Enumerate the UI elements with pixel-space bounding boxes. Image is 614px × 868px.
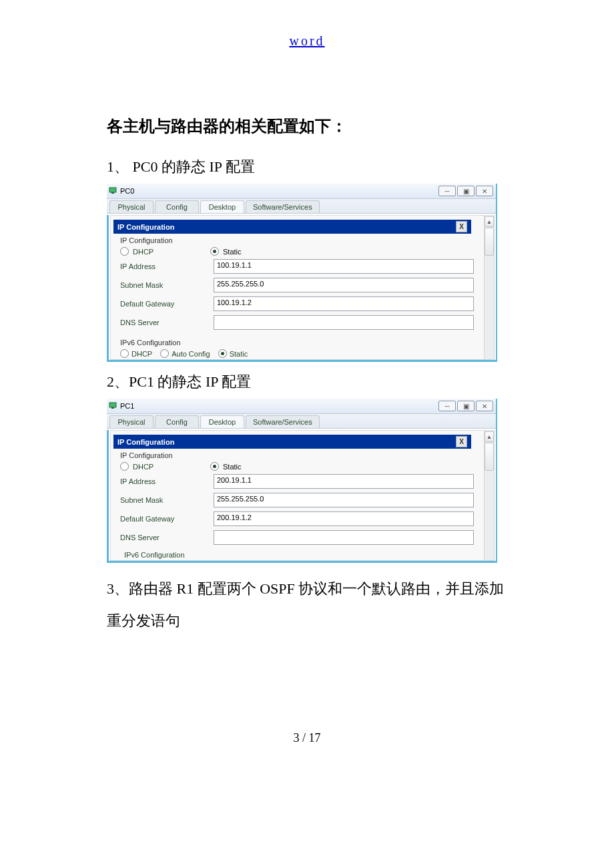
mask-label: Subnet Mask: [120, 281, 214, 289]
ipconfig-group-label: IP Configuration: [111, 449, 483, 461]
ip-input[interactable]: 100.19.1.1: [214, 259, 474, 274]
pc0-tabs: Physical Config Desktop Software/Service…: [107, 199, 496, 214]
ipconfig-title: IP Configuration: [117, 438, 174, 446]
static-radio[interactable]: [210, 247, 219, 256]
scrollbar[interactable]: ▲: [484, 431, 494, 560]
minimize-button[interactable]: ─: [438, 401, 456, 411]
tab-software[interactable]: Software/Services: [246, 200, 320, 213]
static-radio[interactable]: [210, 462, 219, 471]
pc1-tabs: Physical Config Desktop Software/Service…: [107, 414, 496, 429]
dns-input[interactable]: [214, 315, 474, 330]
close-button[interactable]: ✕: [476, 401, 493, 411]
ipv6-dhcp-radio[interactable]: [120, 349, 129, 358]
scroll-thumb[interactable]: [485, 443, 494, 471]
header-link-text: word: [289, 33, 324, 48]
dhcp-radio[interactable]: [120, 462, 129, 471]
dhcp-label: DHCP: [133, 463, 206, 471]
tab-software[interactable]: Software/Services: [246, 415, 320, 428]
mask-label: Subnet Mask: [120, 496, 214, 504]
gw-label: Default Gateway: [120, 515, 214, 523]
gw-input[interactable]: 100.19.1.2: [214, 296, 474, 311]
main-heading: 各主机与路由器的相关配置如下：: [107, 116, 507, 137]
svg-rect-2: [109, 403, 116, 407]
static-label: Static: [223, 463, 242, 471]
panel-close-button[interactable]: X: [456, 221, 467, 232]
section3-heading: 3、路由器 R1 配置两个 OSPF 协议和一个默认路由，并且添加重分发语句: [107, 573, 507, 638]
mask-input[interactable]: 255.255.255.0: [214, 278, 474, 292]
scroll-thumb[interactable]: [485, 228, 494, 256]
tab-desktop[interactable]: Desktop: [200, 415, 244, 428]
panel-close-button[interactable]: X: [456, 436, 467, 447]
maximize-button[interactable]: ▣: [457, 186, 475, 196]
dns-label: DNS Server: [120, 318, 214, 327]
gw-label: Default Gateway: [120, 300, 214, 308]
pc1-title: PC1: [120, 402, 438, 410]
maximize-button[interactable]: ▣: [457, 401, 475, 411]
header-link: word: [107, 33, 507, 49]
pc0-window: PC0 ─ ▣ ✕ Physical Config Desktop Softwa…: [107, 184, 497, 362]
scroll-up-icon[interactable]: ▲: [485, 431, 494, 442]
mask-input[interactable]: 255.255.255.0: [214, 493, 474, 507]
tab-physical[interactable]: Physical: [109, 415, 154, 428]
pc0-titlebar: PC0 ─ ▣ ✕: [107, 184, 496, 199]
pc1-titlebar: PC1 ─ ▣ ✕: [107, 399, 496, 414]
ipv6-auto-label: Auto Config: [172, 350, 210, 358]
close-button[interactable]: ✕: [476, 186, 493, 196]
scrollbar[interactable]: ▲: [484, 216, 494, 359]
section2-heading: 2、PC1 的静态 IP 配置: [107, 372, 507, 392]
pc1-window: PC1 ─ ▣ ✕ Physical Config Desktop Softwa…: [107, 399, 497, 563]
ip-label: IP Address: [120, 262, 214, 270]
dns-label: DNS Server: [120, 533, 214, 541]
dns-input[interactable]: [214, 530, 474, 545]
ipv6-dhcp-label: DHCP: [131, 350, 152, 358]
ipv6-auto-radio[interactable]: [160, 349, 169, 358]
tab-physical[interactable]: Physical: [109, 200, 154, 213]
static-label: Static: [223, 248, 242, 256]
ip-input[interactable]: 200.19.1.1: [214, 474, 474, 489]
section1-heading: 1、 PC0 的静态 IP 配置: [107, 157, 507, 177]
ipv6-group-label: IPv6 Configuration: [111, 336, 483, 348]
scroll-up-icon[interactable]: ▲: [485, 216, 494, 227]
tab-config[interactable]: Config: [155, 415, 199, 428]
minimize-button[interactable]: ─: [438, 186, 456, 196]
tab-config[interactable]: Config: [155, 200, 199, 213]
ipconfig-header: IP Configuration X: [113, 220, 471, 234]
page-number: 3 / 17: [107, 731, 507, 745]
svg-rect-3: [111, 407, 114, 409]
ipconfig-group-label: IP Configuration: [111, 234, 483, 246]
pc-icon: [108, 186, 117, 196]
svg-rect-1: [111, 192, 114, 194]
gw-input[interactable]: 200.19.1.2: [214, 511, 474, 526]
dhcp-radio[interactable]: [120, 247, 129, 256]
ipv6-static-label: Static: [230, 350, 248, 358]
svg-rect-0: [109, 188, 116, 192]
pc-icon: [108, 401, 117, 411]
ipv6-static-radio[interactable]: [218, 349, 227, 358]
tab-desktop[interactable]: Desktop: [200, 200, 244, 213]
ipconfig-header: IP Configuration X: [113, 435, 471, 449]
ipconfig-title: IP Configuration: [117, 223, 174, 231]
pc0-title: PC0: [120, 187, 438, 195]
dhcp-label: DHCP: [133, 248, 206, 256]
ip-label: IP Address: [120, 477, 214, 485]
ipv6-group-label: IPv6 Configuration: [111, 550, 483, 560]
